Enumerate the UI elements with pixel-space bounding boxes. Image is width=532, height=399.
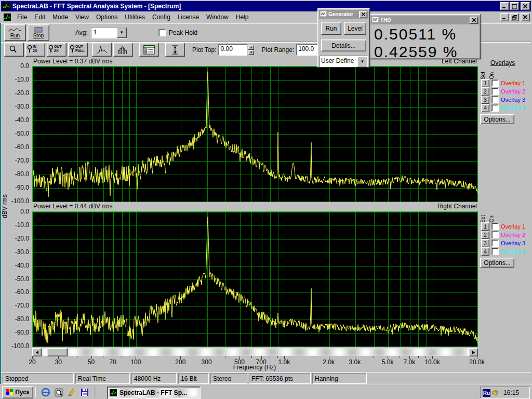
avg-combobox[interactable]: 1 ▼ (91, 27, 127, 38)
minimize-button[interactable] (500, 2, 509, 10)
y-tick-label: -30.0 (2, 103, 29, 110)
generator-details-button[interactable]: Details... (321, 39, 366, 51)
generator-mode-combobox[interactable]: User Define ▼ (320, 56, 368, 67)
overlay-set-button[interactable]: 3 (481, 239, 489, 247)
overlay-set-button[interactable]: 4 (481, 247, 489, 256)
maximize-button[interactable] (510, 2, 519, 10)
menu-window[interactable]: Window (203, 12, 232, 22)
spectrum-trace-right (33, 217, 477, 343)
peak-hold-checkbox[interactable] (158, 29, 166, 36)
plot-range-label: Plot Range: (261, 46, 294, 54)
menu-config[interactable]: Config (149, 12, 174, 22)
scrollbar-left-arrow[interactable] (32, 348, 42, 356)
overlay-set-button[interactable]: 2 (481, 231, 489, 239)
plot-top-spinner[interactable]: ▲▼ (248, 45, 254, 55)
save-disk-icon[interactable] (81, 388, 89, 396)
menu-items: FileEditModeViewOptionsUtilitiesConfigLi… (14, 12, 252, 22)
close-button[interactable] (521, 2, 530, 10)
start-button[interactable]: Пуск (2, 386, 33, 398)
y-tick-label: -10.0 (2, 76, 29, 83)
overlay-on-checkbox[interactable] (491, 248, 499, 255)
generator-close-button[interactable] (359, 11, 367, 18)
menu-mode[interactable]: Mode (49, 12, 72, 22)
mdi-minimize-button[interactable] (500, 13, 509, 21)
avg-dropdown-arrow[interactable]: ▼ (117, 28, 127, 38)
menu-utilities[interactable]: Utilities (121, 12, 149, 22)
overlay-set-button[interactable]: 3 (481, 96, 489, 104)
y-tick-label: -80.0 (2, 315, 29, 323)
overlay-on-checkbox[interactable] (491, 88, 499, 95)
stop-button-label: Stop (33, 33, 44, 38)
y-tick-label: -80.0 (2, 170, 29, 178)
x-tick (425, 356, 426, 358)
tray-clock[interactable]: 16:15 (503, 389, 519, 396)
overlay-on-checkbox[interactable] (491, 79, 499, 87)
overlay-set-button[interactable]: 1 (481, 222, 489, 231)
mdi-restore-button[interactable] (510, 13, 519, 21)
paint-tool-icon[interactable] (68, 388, 76, 396)
autoscale-button[interactable] (165, 43, 185, 57)
thd-close-button[interactable] (470, 17, 478, 24)
language-indicator[interactable]: Ru (483, 389, 490, 397)
volume-icon[interactable] (492, 389, 500, 396)
thd-window: THD 0.50511 %0.42559 % (369, 14, 481, 59)
y-tick-label: -60.0 (2, 288, 29, 296)
y-tick-label: -20.0 (2, 89, 29, 97)
scrollbar-thumb[interactable] (47, 348, 68, 356)
scrollbar-right-arrow[interactable] (469, 348, 478, 356)
menu-view[interactable]: View (72, 12, 92, 22)
display-options-button[interactable] (139, 43, 159, 57)
bar-view-button[interactable] (113, 43, 133, 57)
zoom-select-button[interactable] (4, 43, 24, 57)
y-tick-label: -70.0 (2, 302, 29, 309)
overlay-row-left-3: 3Overlay 3 (481, 96, 525, 103)
plot-top-label: Plot Top: (192, 46, 216, 54)
plot-top-input[interactable]: 0.00 (218, 44, 247, 56)
overlay-row-left-2: 2Overlay 2 (481, 88, 525, 95)
peak-hold-label: Peak Hold (169, 29, 197, 36)
mdi-child-icon[interactable] (3, 13, 11, 21)
status-cell-5: FFT: 65536 pts (249, 373, 311, 384)
thd-title-bar[interactable]: THD (371, 16, 479, 24)
generator-mode-dropdown-arrow[interactable]: ▼ (357, 56, 367, 66)
generator-title-bar[interactable]: Generator (319, 10, 368, 19)
overlays-options-button[interactable]: Options... (480, 258, 514, 268)
menu-license[interactable]: License (174, 12, 203, 22)
x-tick (225, 356, 225, 358)
generator-level-button[interactable]: Level (344, 22, 366, 35)
overlay-on-checkbox[interactable] (491, 104, 499, 112)
menu-help[interactable]: Help (232, 12, 252, 22)
frequency-scrollbar[interactable] (32, 348, 478, 356)
menu-edit[interactable]: Edit (31, 12, 49, 22)
overlays-options-button[interactable]: Options... (480, 114, 514, 124)
zoom-out-full-button[interactable]: OUTFULL (68, 43, 88, 57)
thd-value: 0.50511 % (370, 25, 480, 43)
mdi-close-button[interactable] (521, 13, 530, 21)
zoom-in-2x-button[interactable]: IN2X (25, 43, 45, 57)
internet-explorer-icon[interactable] (42, 388, 50, 396)
zoom-out-2x-button[interactable]: OUT2X (47, 43, 66, 57)
overlay-on-checkbox[interactable] (491, 223, 499, 230)
viewer-icon[interactable] (55, 388, 63, 396)
menu-options[interactable]: Options (92, 12, 121, 22)
x-tick (374, 356, 374, 358)
overlay-set-button[interactable]: 4 (481, 104, 489, 112)
overlay-on-checkbox[interactable] (491, 240, 499, 247)
overlay-row-left-4: 4Overlay 4 (481, 104, 525, 112)
overlay-on-checkbox[interactable] (491, 231, 499, 238)
overlay-row-right-1: 1Overlay 1 (481, 223, 525, 230)
menu-file[interactable]: File (14, 12, 31, 22)
run-button[interactable]: Run (4, 24, 26, 41)
spectrum-canvas-right (33, 212, 477, 347)
y-tick-label: -10.0 (2, 221, 29, 229)
task-button-spectralab[interactable]: SpectraLAB - FFT Sp... (107, 387, 201, 399)
overlay-set-button[interactable]: 2 (481, 87, 489, 96)
generator-run-button[interactable]: Run (321, 22, 341, 35)
status-cell-4: Stereo (210, 373, 247, 384)
set-column-label: Set (480, 72, 486, 79)
y-tick-label: -20.0 (2, 235, 29, 242)
overlay-on-checkbox[interactable] (491, 96, 499, 103)
spectrum-view-button[interactable] (92, 43, 112, 57)
stop-button[interactable]: Stop (28, 24, 49, 41)
overlay-set-button[interactable]: 1 (481, 79, 489, 87)
